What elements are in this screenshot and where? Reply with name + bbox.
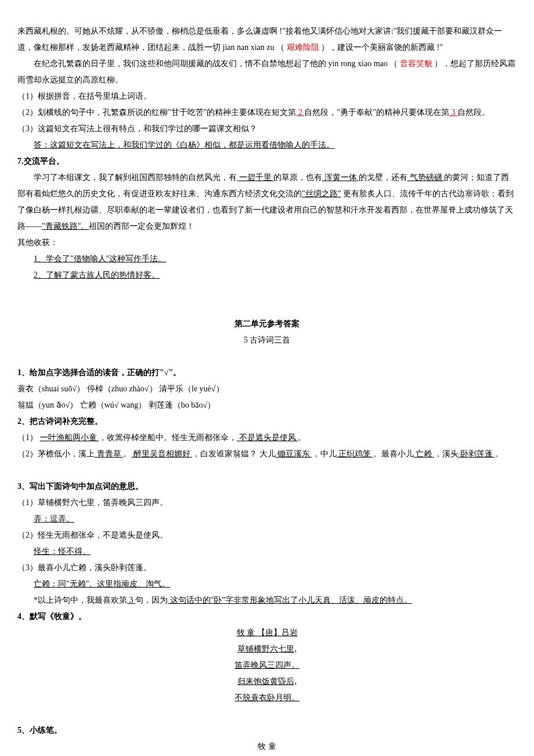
body-paragraph: 在纪念孔繁森的日子里，我们这些和他同期援藏的战友们，情不自禁地想起了他的 yin… bbox=[17, 56, 517, 88]
fill-blank: 锄豆溪东 bbox=[276, 449, 312, 458]
section-2-heading: 2、把古诗词补充完整。 bbox=[17, 413, 517, 430]
poem-line: 归来饱饭黄昏后, bbox=[17, 674, 517, 690]
body-paragraph: 来西藏札根的。可她从不炫耀，从不骄傲，柳梢总是低垂着，多么谦虚啊 !"接着他又满… bbox=[17, 23, 517, 56]
other-gain-1: 1、学会了"借物喻人"这种写作手法。 bbox=[17, 251, 517, 267]
unit-2-title: 第二单元参考答案 bbox=[17, 316, 517, 332]
question-2: （2）划横线的句子中，孔繁森所说的红柳"甘于吃苦"的精神主要体现在短文第 2 自… bbox=[17, 105, 517, 121]
fill-blank: 一碧千里 bbox=[237, 173, 273, 182]
unit-2-subtitle: 5 古诗词三首 bbox=[17, 332, 517, 348]
essay-title: 牧 童 bbox=[17, 739, 517, 755]
answer-underline: 3 bbox=[449, 108, 457, 117]
heading-7: 7.交流平台。 bbox=[17, 153, 517, 170]
fill-blank: 醉里吴音相媚好 bbox=[131, 449, 192, 458]
fill-blank: 3 bbox=[127, 596, 135, 604]
section-3-heading: 3、写出下面诗句中加点词的意思。 bbox=[17, 478, 517, 495]
fill-blank: "青藏铁路"。 bbox=[42, 222, 89, 231]
pinyin-line-1: 蓑衣（shuai suō√） 停棹（zhuo zhào√） 清平乐（le yuè… bbox=[17, 381, 517, 397]
exchange-paragraph: 学习了本组课文，我了解到祖国西部独特的自然风光，有 一碧千里 的草原，也有 浑黄… bbox=[17, 170, 517, 235]
poem-line: 牧 童 【唐】吕岩 bbox=[17, 625, 517, 641]
other-gain-2: 2、了解了蒙古族人民的热情好客。 bbox=[17, 267, 517, 283]
fill-blank: 卧剥莲蓬 bbox=[459, 449, 495, 458]
fill-blank: 浑黄一体 bbox=[322, 173, 359, 182]
section-5-heading: 5、小练笔。 bbox=[17, 722, 517, 739]
poem-line: 草铺横野六七里, bbox=[17, 641, 517, 657]
fill-blank: 青青草 bbox=[95, 449, 123, 458]
question-3-answer: 答：这篇短文在写法上，和我们学过的《白杨》相似，都是运用看借物喻人的手法。 bbox=[17, 137, 517, 153]
answer-underline: 2 bbox=[296, 108, 304, 117]
fill-blank: 这句话中的"卧"字非常形象地写出了小儿天真、活泼、顽皮的特点。 bbox=[168, 596, 412, 604]
favorite-verse: *以上诗句中，我最喜欢第 3 句，因为 这句话中的"卧"字非常形象地写出了小儿天… bbox=[17, 592, 517, 609]
fill-answer: 艰难险阻 bbox=[287, 43, 319, 52]
poem-line: 不脱蓑衣卧月明。 bbox=[17, 690, 517, 706]
section-1-heading: 1、给加点字选择合适的读音，正确的打"√"。 bbox=[17, 365, 517, 381]
verse-1-answer: 弄：逗弄。 bbox=[17, 511, 517, 527]
poem-line: 笛弄晚风三四声。 bbox=[17, 657, 517, 674]
other-gains-heading: 其他收获： bbox=[17, 235, 517, 251]
question-3: （3）这篇短文在写法上很有特点，和我们学过的哪一篇课文相似？ bbox=[17, 121, 517, 137]
verse-3-answer: 亡赖：同"无赖"。这里指顽皮、淘气。 bbox=[17, 576, 517, 592]
fill-blank: 一叶渔船两小童 bbox=[40, 433, 99, 442]
fill-blank: 正织鸡笼 bbox=[337, 449, 373, 458]
fill-answer: 音容笑貌 bbox=[400, 59, 432, 68]
verse-2: （2）怪生无雨都张伞，不是遮头是使风。 bbox=[17, 527, 517, 543]
poem-fill-1: （1） 一叶渔船两小童 ，收篙停棹坐船中。怪生无雨都张伞， 不是遮头是使风 。 bbox=[17, 430, 517, 446]
fill-blank: 不是遮头是使风 bbox=[237, 433, 298, 442]
fill-blank: "丝绸之路" bbox=[302, 189, 341, 198]
poem-fill-2: （2）茅檐低小，溪上 青青草 。 醉里吴音相媚好 ，白发谁家翁媪？ 大儿 锄豆溪… bbox=[17, 446, 517, 462]
verse-2-answer: 怪生：怪不得。 bbox=[17, 543, 517, 560]
pinyin-line-2: 翁媪（yun ǎo√） 亡赖（wú√ wang） 剥莲蓬（bo bāo√） bbox=[17, 397, 517, 413]
section-4-heading: 4、默写《牧童》。 bbox=[17, 609, 517, 625]
fill-blank: 亡赖 bbox=[414, 449, 434, 458]
verse-1: （1）草铺横野六七里，笛弄晚风三四声。 bbox=[17, 495, 517, 511]
verse-3: （3）最喜小儿亡赖，溪头卧剥莲蓬。 bbox=[17, 560, 517, 576]
fill-blank: 气势磅礴 bbox=[407, 173, 444, 182]
question-1: （1）根据拼音，在括号里填上词语。 bbox=[17, 88, 517, 105]
